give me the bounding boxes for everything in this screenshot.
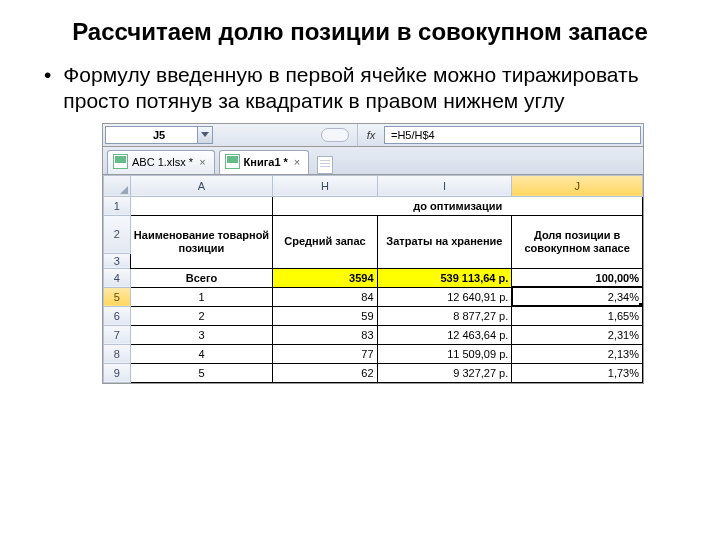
close-icon[interactable]: ×: [199, 156, 205, 168]
cell[interactable]: 11 509,09 р.: [377, 344, 512, 363]
col-header-A[interactable]: A: [130, 175, 273, 196]
table-row: 1 до оптимизации: [104, 196, 643, 215]
table-row: 6 2 59 8 877,27 р. 1,65%: [104, 306, 643, 325]
workbook-icon: [225, 154, 240, 169]
new-doc-icon[interactable]: [317, 156, 333, 174]
formula-bar: J5 fx =H5/H$4: [103, 124, 643, 147]
cell[interactable]: 100,00%: [512, 268, 643, 287]
col-header-I[interactable]: I: [377, 175, 512, 196]
cell[interactable]: 2,31%: [512, 325, 643, 344]
cancel-button[interactable]: [313, 124, 357, 146]
cell[interactable]: 2,13%: [512, 344, 643, 363]
cell[interactable]: 1: [130, 287, 273, 306]
cell[interactable]: 9 327,27 р.: [377, 363, 512, 382]
select-all-corner[interactable]: [104, 175, 131, 196]
cell[interactable]: 84: [273, 287, 377, 306]
cell[interactable]: Всего: [130, 268, 273, 287]
table-row: 5 1 84 12 640,91 р. 2,34%: [104, 287, 643, 306]
cell[interactable]: 8 877,27 р.: [377, 306, 512, 325]
column-headers: A H I J: [104, 175, 643, 196]
cell[interactable]: 12 640,91 р.: [377, 287, 512, 306]
row-header[interactable]: 4: [104, 268, 131, 287]
row-header[interactable]: 7: [104, 325, 131, 344]
name-box-dropdown[interactable]: [197, 127, 212, 143]
cell[interactable]: 539 113,64 р.: [377, 268, 512, 287]
cell[interactable]: 83: [273, 325, 377, 344]
worksheet-grid[interactable]: A H I J 1 до оптимизации 2 Наименование …: [103, 175, 643, 383]
row-header[interactable]: 2: [104, 215, 131, 253]
row-header[interactable]: 9: [104, 363, 131, 382]
merged-header[interactable]: до оптимизации: [273, 196, 643, 215]
name-box[interactable]: J5: [105, 126, 213, 144]
row-header[interactable]: 1: [104, 196, 131, 215]
header-cell-H[interactable]: Средний запас: [273, 215, 377, 268]
close-icon[interactable]: ×: [294, 156, 300, 168]
row-header[interactable]: 8: [104, 344, 131, 363]
fx-button[interactable]: fx: [357, 124, 384, 146]
table-row: 7 3 83 12 463,64 р. 2,31%: [104, 325, 643, 344]
header-cell-I[interactable]: Затраты на хранение: [377, 215, 512, 268]
table-row: 8 4 77 11 509,09 р. 2,13%: [104, 344, 643, 363]
col-header-J[interactable]: J: [512, 175, 643, 196]
workbook-icon: [113, 154, 128, 169]
formula-input[interactable]: =H5/H$4: [384, 126, 641, 144]
bullet-text: Формулу введенную в первой ячейке можно …: [63, 62, 680, 115]
workbook-tab-2-label: Книга1 *: [244, 156, 288, 168]
chevron-down-icon: [201, 132, 209, 137]
cell[interactable]: 5: [130, 363, 273, 382]
cell[interactable]: 12 463,64 р.: [377, 325, 512, 344]
name-box-value: J5: [153, 129, 165, 141]
workbook-tab-2[interactable]: Книга1 * ×: [219, 150, 310, 174]
cell[interactable]: 77: [273, 344, 377, 363]
row-header[interactable]: 6: [104, 306, 131, 325]
table-row: 4 Всего 3594 539 113,64 р. 100,00%: [104, 268, 643, 287]
header-cell-A[interactable]: Наименование товарной позиции: [130, 215, 273, 268]
workbook-tabs: ABC 1.xlsx * × Книга1 * ×: [103, 147, 643, 175]
corner-icon: [120, 186, 128, 194]
cell[interactable]: 1,65%: [512, 306, 643, 325]
cell[interactable]: 4: [130, 344, 273, 363]
cell[interactable]: 59: [273, 306, 377, 325]
row-header[interactable]: 3: [104, 253, 131, 268]
table-row: 9 5 62 9 327,27 р. 1,73%: [104, 363, 643, 382]
cell[interactable]: 3: [130, 325, 273, 344]
col-header-H[interactable]: H: [273, 175, 377, 196]
row-header[interactable]: 5: [104, 287, 131, 306]
workbook-tab-1[interactable]: ABC 1.xlsx * ×: [107, 150, 215, 174]
slide-title: Рассчитаем долю позиции в совокупном зап…: [40, 18, 680, 46]
header-cell-J[interactable]: Доля позиции в совокупном запасе: [512, 215, 643, 268]
cell[interactable]: 3594: [273, 268, 377, 287]
excel-screenshot: J5 fx =H5/H$4 ABC 1.xlsx * × Книга1 * ×: [102, 123, 644, 384]
cell[interactable]: 1,73%: [512, 363, 643, 382]
cell[interactable]: 2: [130, 306, 273, 325]
workbook-tab-1-label: ABC 1.xlsx *: [132, 156, 193, 168]
selected-cell[interactable]: 2,34%: [512, 287, 643, 306]
cell[interactable]: 62: [273, 363, 377, 382]
table-row: 2 Наименование товарной позиции Средний …: [104, 215, 643, 253]
bullet-dot: •: [44, 62, 51, 115]
